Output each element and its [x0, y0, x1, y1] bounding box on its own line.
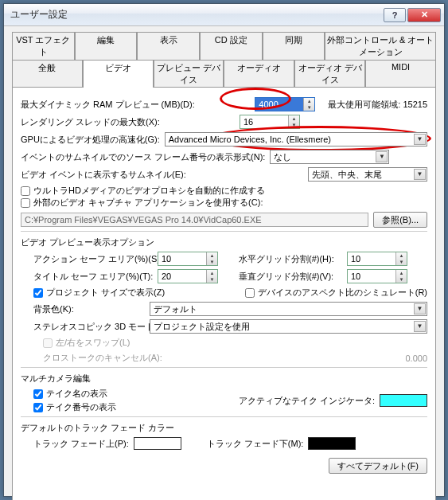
tab-audio[interactable]: オーディオ: [224, 60, 294, 88]
stereo3d-label: ステレオスコピック 3D モード(3):: [33, 321, 145, 333]
tab-video[interactable]: ビデオ: [83, 60, 154, 88]
max-ram-label: 最大ダイナミック RAM プレビュー (MB)(D):: [21, 99, 195, 111]
tab-display[interactable]: 表示: [137, 32, 200, 60]
max-usable-label: 最大使用可能領域: 15215: [328, 99, 427, 111]
action-safe-label: アクション セーフ エリア(%)(S):: [33, 253, 153, 265]
tab-sync[interactable]: 同期: [263, 32, 325, 60]
gpu-accel-value: Advanced Micro Devices, Inc. (Ellesmere): [169, 135, 331, 144]
render-threads-input[interactable]: ▲▼: [240, 115, 300, 129]
tab-external[interactable]: 外部コントロール & オートメーション: [325, 32, 436, 60]
hgrid-label: 水平グリッド分割(#)(H):: [239, 253, 342, 265]
fade-top-swatch[interactable]: [134, 437, 181, 450]
window-title: ユーザー設定: [10, 8, 384, 21]
gpu-accel-combo[interactable]: Advanced Micro Devices, Inc. (Ellesmere)…: [165, 132, 427, 146]
crosstalk-value: 0.000: [405, 354, 427, 363]
render-threads-field[interactable]: [240, 115, 288, 128]
show-take-num-checkbox[interactable]: テイク番号の表示: [33, 401, 116, 413]
event-thumb-show-value: 先頭、中央、末尾: [312, 169, 382, 181]
spinner-icon[interactable]: ▲▼: [206, 270, 217, 283]
titlebar: ユーザー設定 ? ✕: [4, 4, 444, 26]
event-thumb-src-combo[interactable]: なし ▼: [270, 150, 389, 164]
vgrid-input[interactable]: ▲▼: [347, 269, 407, 283]
tab-general[interactable]: 全般: [12, 60, 83, 88]
tab-vst[interactable]: VST エフェクト: [12, 32, 75, 60]
help-button[interactable]: ?: [384, 8, 406, 22]
spinner-icon[interactable]: ▲▼: [395, 270, 407, 283]
browse-button[interactable]: 参照(B)...: [373, 212, 427, 228]
show-take-name-checkbox[interactable]: テイク名の表示: [33, 388, 116, 400]
fade-bottom-swatch[interactable]: [308, 437, 356, 450]
project-size-checkbox[interactable]: プロジェクト サイズで表示(Z): [33, 287, 165, 299]
bgcolor-label: 背景色(K):: [33, 303, 145, 315]
tab-midi[interactable]: MIDI: [365, 60, 436, 88]
spinner-icon[interactable]: ▲▼: [395, 252, 407, 265]
tab-panel: 最大ダイナミック RAM プレビュー (MB)(D): ▲▼ 最大使用可能領域:…: [12, 87, 436, 500]
event-thumb-src-value: なし: [274, 151, 291, 163]
tab-strip: VST エフェクト 編集 表示 CD 設定 同期 外部コントロール & オートメ…: [12, 31, 436, 87]
event-thumb-src-label: イベントのサムネイルでのソース フレーム番号の表示形式(N):: [21, 151, 265, 163]
tab-edit[interactable]: 編集: [75, 32, 138, 60]
capture-path-field: [21, 213, 368, 227]
active-indicator-swatch[interactable]: [380, 394, 427, 407]
bgcolor-combo[interactable]: デフォルト▼: [150, 302, 427, 316]
stereo3d-combo[interactable]: プロジェクト設定を使用▼: [150, 319, 427, 334]
chevron-down-icon: ▼: [376, 151, 388, 162]
chevron-down-icon: ▼: [414, 134, 426, 145]
action-safe-input[interactable]: ▲▼: [158, 252, 218, 266]
spinner-icon[interactable]: ▲▼: [288, 115, 299, 128]
preferences-window: ユーザー設定 ? ✕ VST エフェクト 編集 表示 CD 設定 同期 外部コン…: [3, 3, 445, 497]
event-thumb-show-combo[interactable]: 先頭、中央、末尾 ▼: [308, 167, 427, 182]
preview-section-label: ビデオ プレビュー表示オプション: [21, 236, 427, 248]
fade-bottom-label: トラック フェード下(M):: [207, 438, 304, 450]
spinner-icon[interactable]: ▲▼: [206, 252, 217, 265]
close-button[interactable]: ✕: [407, 8, 441, 22]
vgrid-label: 垂直グリッド分割(#)(V):: [239, 271, 342, 283]
swap-lr-checkbox: 左/右をスワップ(L): [43, 337, 131, 349]
max-ram-field[interactable]: [255, 98, 303, 111]
uhd-proxy-checkbox[interactable]: ウルトラHDメディアのビデオプロキシを自動的に作成する: [21, 185, 427, 197]
tab-preview-device[interactable]: プレビュー デバイス: [154, 60, 224, 88]
spinner-icon[interactable]: ▲▼: [303, 98, 314, 111]
device-aspect-checkbox[interactable]: デバイスのアスペクト比のシミュレート(R): [245, 287, 427, 299]
title-safe-label: タイトル セーフ エリア(%)(T):: [33, 271, 153, 283]
tab-cd[interactable]: CD 設定: [200, 32, 263, 60]
event-thumb-show-label: ビデオ イベントに表示するサムネイル(E):: [21, 169, 186, 181]
fade-top-label: トラック フェード上(P):: [33, 438, 129, 450]
gpu-accel-label: GPUによるビデオ処理の高速化(G):: [21, 134, 160, 146]
title-safe-input[interactable]: ▲▼: [158, 269, 218, 283]
multicam-section-label: マルチカメラ編集: [21, 373, 427, 385]
chevron-down-icon: ▼: [414, 169, 426, 180]
max-ram-input[interactable]: ▲▼: [255, 97, 315, 111]
crosstalk-label: クロストークのキャンセル(A):: [43, 352, 162, 364]
hgrid-input[interactable]: ▲▼: [347, 252, 407, 266]
chevron-down-icon: ▼: [414, 303, 426, 314]
chevron-down-icon: ▼: [414, 321, 426, 332]
tab-audio-device[interactable]: オーディオ デバイス: [294, 60, 365, 88]
active-indicator-label: アクティブなテイク インジケータ:: [239, 395, 375, 407]
trackfade-section-label: デフォルトのトラック フェード カラー: [21, 422, 427, 434]
all-default-button[interactable]: すべてデフォルト(F): [329, 458, 427, 474]
ext-capture-checkbox[interactable]: 外部のビデオ キャプチャ アプリケーションを使用する(C):: [21, 197, 427, 209]
render-threads-label: レンダリング スレッドの最大数(X):: [21, 116, 160, 128]
